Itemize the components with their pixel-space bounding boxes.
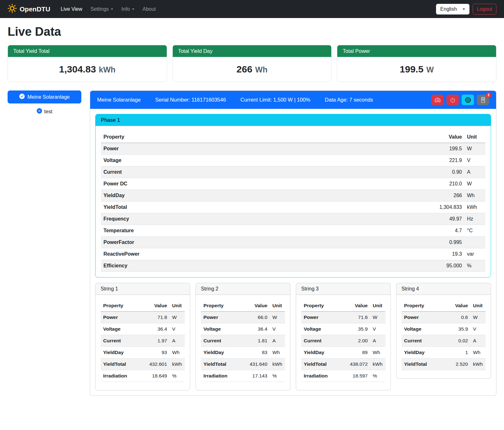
property-cell: YieldTotal xyxy=(401,358,448,370)
table-header-row: Property Value Unit xyxy=(101,300,185,312)
property-cell: Current xyxy=(201,335,247,347)
page-title: Live Data xyxy=(8,25,496,39)
phase-table: Property Value Unit Power xyxy=(101,131,485,272)
property-cell: Voltage xyxy=(101,155,422,166)
property-cell: Voltage xyxy=(301,323,347,335)
unit-cell: % xyxy=(464,260,485,272)
unit-cell: V xyxy=(470,323,486,335)
unit-cell: Wh xyxy=(470,347,486,358)
property-cell: ReactivePower xyxy=(101,248,422,260)
sun-icon xyxy=(8,4,17,15)
table-row: YieldDay 93 Wh xyxy=(101,347,185,358)
value-cell: 66.0 xyxy=(247,312,270,323)
logout-button[interactable]: Logout xyxy=(473,4,496,15)
value-cell: 0.02 xyxy=(448,335,470,347)
property-cell: YieldTotal xyxy=(301,358,347,370)
table-row: Frequency 49.97 Hz xyxy=(101,213,485,225)
column-header-value: Value xyxy=(347,300,370,312)
table-row: YieldTotal 1,304.833 kWh xyxy=(101,202,485,213)
nav-about[interactable]: About xyxy=(139,4,160,15)
column-header-unit: Unit xyxy=(470,300,486,312)
nav-info[interactable]: Info xyxy=(117,4,139,15)
card-total-yield-total: Total Yield Total 1,304.83kWh xyxy=(8,45,167,82)
inverter-card-body: Phase 1 Property Value Unit xyxy=(90,109,496,396)
event-log-button[interactable]: 2 xyxy=(477,95,489,105)
string-2-card: String 2 Property Value Unit xyxy=(196,283,290,390)
property-cell: Power xyxy=(101,312,147,323)
value-cell: 18.597 xyxy=(347,370,370,382)
unit-cell: kWh xyxy=(270,358,285,370)
property-cell: Power xyxy=(101,143,422,155)
table-row: Power 71.8 W xyxy=(101,312,185,323)
unit-cell: kWh xyxy=(370,358,385,370)
value-cell: 71.8 xyxy=(147,312,170,323)
unit-cell: var xyxy=(464,248,485,260)
value-cell: 1.97 xyxy=(147,335,170,347)
table-header-row: Property Value Unit xyxy=(201,300,285,312)
property-cell: Irradiation xyxy=(101,370,147,382)
table-row: Current 0.02 A xyxy=(401,335,486,347)
language-select[interactable]: English xyxy=(436,4,470,15)
table-row: Power 71.6 W xyxy=(301,312,385,323)
inverter-tab-meine-solaranlage[interactable]: Meine Solaranlage xyxy=(8,90,81,103)
string-2-table: Property Value Unit Power xyxy=(201,300,285,382)
property-cell: Power xyxy=(401,312,448,323)
value-cell: 18.649 xyxy=(147,370,170,382)
value-cell: 36.4 xyxy=(147,323,170,335)
inverter-tab-test[interactable]: test xyxy=(8,108,81,115)
device-info-button[interactable] xyxy=(462,95,474,105)
column-header-unit: Unit xyxy=(370,300,385,312)
card-header: Total Yield Total xyxy=(8,45,167,57)
table-row: Power 66.0 W xyxy=(201,312,285,323)
table-row: Voltage 36.4 V xyxy=(201,323,285,335)
brand-link[interactable]: OpenDTU xyxy=(8,4,50,15)
value-cell: 89 xyxy=(347,347,370,358)
column-header-unit: Unit xyxy=(170,300,185,312)
unit-cell: V xyxy=(464,155,485,166)
table-row: Power 199.5 W xyxy=(101,143,485,155)
card-header: Total Yield Day xyxy=(173,45,332,57)
string-4-table: Property Value Unit Power xyxy=(401,300,486,370)
value-cell: 83 xyxy=(247,347,270,358)
value-cell: 0.995 xyxy=(422,237,464,248)
table-row: Current 1.97 A xyxy=(101,335,185,347)
top-navbar: OpenDTU Live View Settings Info About En… xyxy=(0,0,504,18)
unit-cell: Wh xyxy=(170,347,185,358)
chevron-down-icon xyxy=(132,9,134,10)
string-card-title: String 3 xyxy=(296,283,390,295)
limit-settings-button[interactable] xyxy=(431,95,444,105)
value-cell: 35.9 xyxy=(347,323,370,335)
chevron-down-icon xyxy=(111,9,113,10)
total-power-value: 199.5 xyxy=(400,64,423,74)
nav-settings[interactable]: Settings xyxy=(86,4,117,15)
unit-cell: V xyxy=(270,323,285,335)
column-header-value: Value xyxy=(247,300,270,312)
phase-1-card: Phase 1 Property Value Unit xyxy=(95,114,491,277)
column-header-unit: Unit xyxy=(464,131,485,143)
gauge-icon xyxy=(435,97,440,103)
page-content: Live Data Total Yield Total 1,304.83kWh … xyxy=(0,18,504,404)
unit-cell: W xyxy=(370,312,385,323)
unit-cell: V xyxy=(370,323,385,335)
total-power-unit: W xyxy=(426,65,434,74)
unit-cell: Wh xyxy=(370,347,385,358)
inverter-tab-label: Meine Solaranlage xyxy=(28,94,70,100)
property-cell: Irradiation xyxy=(301,370,347,382)
table-row: Temperature 4.7 °C xyxy=(101,225,485,237)
table-row: YieldDay 83 Wh xyxy=(201,347,285,358)
property-cell: Current xyxy=(401,335,448,347)
property-cell: Frequency xyxy=(101,213,422,225)
journal-icon xyxy=(480,97,486,103)
column-header-property: Property xyxy=(101,300,147,312)
table-row: YieldDay 89 Wh xyxy=(301,347,385,358)
property-cell: Voltage xyxy=(201,323,247,335)
property-cell: Current xyxy=(101,335,147,347)
nav-live-view[interactable]: Live View xyxy=(57,4,86,15)
navbar-right: English Logout xyxy=(436,4,496,15)
table-row: Efficiency 95.000 % xyxy=(101,260,485,272)
summary-cards: Total Yield Total 1,304.83kWh Total Yiel… xyxy=(8,45,496,82)
power-settings-button[interactable] xyxy=(446,95,459,105)
unit-cell: kWh xyxy=(470,358,486,370)
unit-cell xyxy=(464,237,485,248)
inverter-sidebar: Meine Solaranlage test xyxy=(8,90,81,115)
